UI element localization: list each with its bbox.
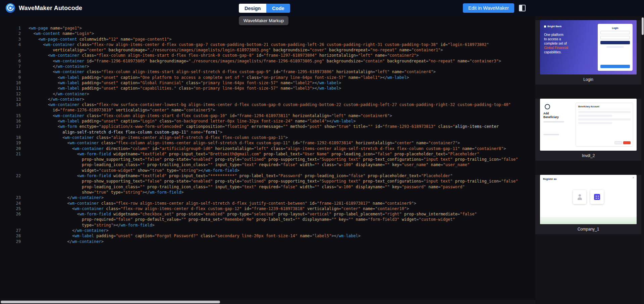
code-line[interactable]: 12 </wm-container> (0, 91, 535, 97)
page-name-label: Company_1 (535, 224, 641, 234)
code-line[interactable]: 14 <wm-container class="flex-row surface… (0, 102, 535, 107)
app-header: WaveMaker Autocode Design Code Edit in W… (0, 0, 644, 16)
line-number (0, 107, 21, 113)
code-line[interactable]: prop-leading_icon_class="" prop-trailing… (0, 184, 535, 190)
code-line[interactable]: 26 <wm-form-field widgetname="checkbox_s… (0, 211, 535, 217)
code-line[interactable]: 18 <wm-container class="align-items-cent… (0, 135, 535, 140)
login-preview-text: Bright Bank One platform to access a com… (543, 23, 594, 71)
code-line[interactable]: prop-show_supporting_text="false" prop-s… (0, 179, 535, 184)
code-line[interactable]: 13 </wm-container> (0, 97, 535, 102)
page-thumbnail-company1[interactable]: Register as × (540, 175, 637, 224)
code-line[interactable]: prop-leading_icon_class="" prop-trailing… (0, 162, 535, 167)
code-line[interactable]: 10 <wm-label padding="unset" caption="Gl… (0, 80, 535, 86)
line-number: 22 (0, 173, 21, 179)
line-number: 29 (0, 239, 21, 244)
invdl-left-preview: Add Beneficiary (543, 103, 572, 147)
code-line[interactable]: 6 <wm-container id="frame-1296-618973805… (0, 58, 535, 64)
line-number: 17 (0, 124, 21, 129)
line-number: 26 (0, 211, 21, 217)
line-number: 10 (0, 80, 21, 86)
line-number: 28 (0, 233, 21, 239)
line-number (0, 217, 21, 222)
code-line[interactable]: prop-required="false" prop-default_value… (0, 217, 535, 222)
line-number: 12 (0, 91, 21, 97)
code-line[interactable]: 27 </wm-container> (0, 228, 535, 233)
line-number: 25 (0, 206, 21, 211)
code-line[interactable]: 29 </wm-container> (0, 239, 535, 244)
line-number (0, 162, 21, 167)
panel-toggle-icon[interactable] (519, 5, 526, 11)
editor-area: WaveMaker Markup 1<wm-page name="page1">… (0, 16, 535, 304)
line-number: 1 (0, 26, 21, 31)
code-line[interactable]: 1<wm-page name="page1"> (0, 26, 535, 31)
code-line[interactable]: 24 <wm-container class="flex-row align-i… (0, 201, 535, 206)
horizontal-scrollbar[interactable] (0, 300, 535, 304)
code-line[interactable]: 25 <wm-container class="flex-row align-i… (0, 206, 535, 211)
brand-logo: Bright Bank (544, 25, 594, 28)
code-line[interactable]: show="true" type="string"></wm-form-fiel… (0, 190, 535, 195)
code-line[interactable]: 2 <wm-content name="Login"> (0, 31, 535, 36)
company-card-preview (590, 190, 604, 204)
line-number: 7 (0, 64, 21, 69)
code-editor[interactable]: 1<wm-page name="page1">2 <wm-content nam… (0, 16, 535, 304)
line-number: 3 (0, 37, 21, 42)
line-number: 19 (0, 140, 21, 146)
code-line[interactable]: type="string"></wm-form-field> (0, 222, 535, 228)
code-line[interactable]: 8 <wm-container class="flex-column align… (0, 69, 535, 74)
vertical-scrollbar-thumb[interactable] (642, 17, 644, 35)
code-line[interactable]: prop-show_supporting_text="false" prop-s… (0, 157, 535, 162)
code-line[interactable]: widget="custom-widget" show="true" type=… (0, 168, 535, 173)
mode-toggle: Design Code (239, 4, 290, 13)
page-name-label: Login (535, 74, 641, 85)
headline-accent: Global Financial (544, 46, 594, 50)
line-number: 14 (0, 102, 21, 107)
line-number: 24 (0, 201, 21, 206)
code-line[interactable]: 3 <wm-page-content columnwidth="12" name… (0, 37, 535, 42)
page-thumbnail-login[interactable]: Bright Bank One platform to access a com… (540, 20, 637, 74)
code-line[interactable]: 20 <wm-container direction="column" id="… (0, 146, 535, 151)
code-line[interactable]: 23 </wm-container> (0, 195, 535, 200)
preview-cancel-button (614, 141, 622, 144)
edit-in-wavemaker-button[interactable]: Edit in WaveMaker (463, 3, 514, 13)
preview-button (600, 41, 630, 44)
preview-link (606, 46, 624, 48)
code-line[interactable]: id="frame-1276-618973810" verticalalign=… (0, 107, 535, 113)
app-root: WaveMaker Autocode Design Code Edit in W… (0, 0, 644, 304)
page-thumbnail-invdl2[interactable]: Add Beneficiary Beneficiary Account (540, 99, 637, 151)
line-number: 13 (0, 97, 21, 102)
code-line[interactable]: 5 <wm-container class="flex-column align… (0, 53, 535, 58)
vertical-scrollbar[interactable] (641, 16, 644, 304)
brand-name: Bright Bank (547, 25, 562, 28)
login-headline: One platform to access a complete set of… (544, 33, 594, 54)
code-line[interactable]: 11 <wm-label padding="unset" caption="ca… (0, 86, 535, 91)
line-number: 18 (0, 135, 21, 140)
code-line[interactable]: 16 <wm-label padding="unset" caption="Lo… (0, 118, 535, 124)
header-actions: Edit in WaveMaker (463, 3, 526, 13)
app-logo-icon (5, 3, 15, 13)
design-tab[interactable]: Design (239, 4, 266, 13)
code-line[interactable]: align-self-stretch d-flex flex-column cu… (0, 130, 535, 135)
code-tab[interactable]: Code (266, 4, 290, 13)
line-number: 9 (0, 75, 21, 80)
code-line[interactable]: 21 <wm-form-field widgetname="textfield"… (0, 151, 535, 157)
horizontal-scrollbar-thumb[interactable] (1, 301, 220, 303)
page-name-label: Invdl_2 (535, 151, 641, 161)
code-line[interactable]: 7 </wm-container> (0, 64, 535, 69)
code-line[interactable]: 19 <wm-container class="flex-column alig… (0, 140, 535, 146)
line-number (0, 184, 21, 190)
page-item-company1: Register as × Company_1 (535, 175, 641, 234)
code-line[interactable]: 22 <wm-form-field widgetname="textfield"… (0, 173, 535, 179)
code-line[interactable]: 28 <wm-label padding="unset" caption="Fo… (0, 233, 535, 239)
login-card-preview: Login (598, 24, 633, 71)
line-number: 15 (0, 113, 21, 118)
code-line[interactable]: 4 <wm-container class="flex-row align-it… (0, 42, 535, 47)
beneficiary-icon (545, 104, 550, 109)
code-line[interactable]: verticalalign="center" backgroundimage="… (0, 47, 535, 53)
code-line[interactable]: 9 <wm-label padding="unset" caption="One… (0, 75, 535, 80)
code-line[interactable]: 17 <wm-form enctype="application/x-www-f… (0, 124, 535, 129)
code-line[interactable]: 15 <wm-container class="flex-column alig… (0, 113, 535, 118)
line-number: 16 (0, 118, 21, 124)
page-item-login: Bright Bank One platform to access a com… (535, 20, 641, 85)
line-number: 6 (0, 58, 21, 64)
brand: WaveMaker Autocode (0, 3, 82, 13)
